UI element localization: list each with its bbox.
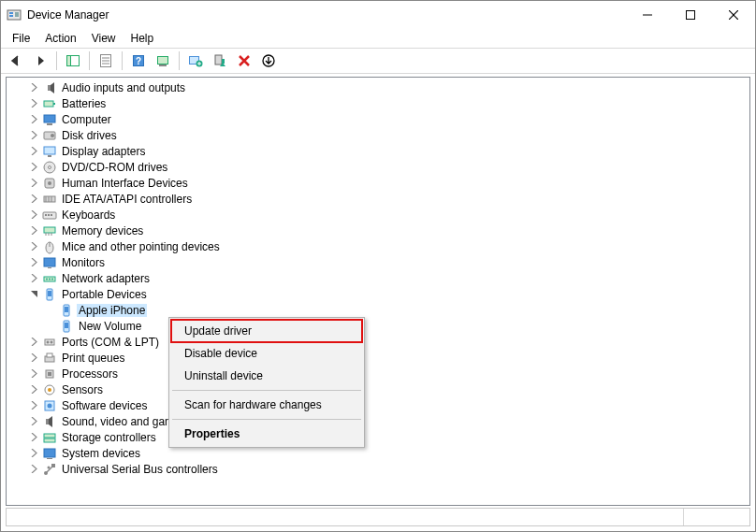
tree-node[interactable]: Sound, video and game controllers <box>7 413 749 429</box>
tree-node[interactable]: Computer <box>7 111 749 127</box>
expand-icon[interactable] <box>27 447 40 460</box>
tree-node[interactable]: Keyboards <box>7 207 749 223</box>
uninstall-device-button[interactable] <box>233 50 255 72</box>
svg-rect-59 <box>65 307 68 312</box>
tree-node-label: Mice and other pointing devices <box>60 240 222 253</box>
tree-node[interactable]: Sensors <box>7 381 749 397</box>
expand-icon[interactable] <box>27 431 40 444</box>
context-menu-item[interactable]: Properties <box>171 423 362 445</box>
forward-button[interactable] <box>29 50 51 72</box>
disk-icon <box>42 128 57 143</box>
cd-icon <box>42 160 57 175</box>
context-menu-item[interactable]: Update driver <box>171 320 362 342</box>
client-area: Audio inputs and outputsBatteriesCompute… <box>2 75 754 530</box>
expand-icon[interactable] <box>27 113 40 126</box>
tree-node[interactable]: Monitors <box>7 254 749 270</box>
back-button[interactable] <box>5 50 27 72</box>
tree-node[interactable]: Universal Serial Bus controllers <box>7 461 749 477</box>
expand-icon[interactable] <box>27 463 40 476</box>
monitor-icon <box>42 255 57 270</box>
collapse-icon[interactable] <box>27 288 40 301</box>
svg-rect-51 <box>48 267 51 268</box>
tree-node[interactable]: Portable Devices <box>7 286 749 302</box>
context-menu-separator <box>172 390 361 391</box>
close-button[interactable] <box>712 1 755 29</box>
svg-rect-61 <box>65 323 68 328</box>
tree-node[interactable]: Software devices <box>7 397 749 413</box>
toolbar-separator <box>56 51 57 70</box>
expand-icon[interactable] <box>27 97 40 110</box>
maximize-button[interactable] <box>669 1 712 29</box>
tree-node[interactable]: IDE ATA/ATAPI controllers <box>7 191 749 207</box>
expand-icon[interactable] <box>27 193 40 206</box>
show-hide-console-button[interactable] <box>62 50 84 72</box>
tree-node[interactable]: Audio inputs and outputs <box>7 79 749 95</box>
tree-node[interactable]: Print queues <box>7 350 749 366</box>
tree-node-label: Monitors <box>60 256 107 269</box>
expand-icon[interactable] <box>27 272 40 285</box>
scan-hardware-button[interactable] <box>152 50 174 72</box>
tree-node[interactable]: DVD/CD-ROM drives <box>7 159 749 175</box>
expand-icon[interactable] <box>27 399 40 412</box>
tree-node[interactable]: Ports (COM & LPT) <box>7 334 749 350</box>
port-icon <box>42 335 57 350</box>
expand-icon[interactable] <box>27 367 40 381</box>
expand-icon[interactable] <box>27 208 40 222</box>
expand-icon[interactable] <box>27 352 40 365</box>
expand-icon[interactable] <box>27 336 40 349</box>
svg-point-33 <box>49 165 51 168</box>
toolbar: ? <box>1 48 755 74</box>
tree-node[interactable]: Storage controllers <box>7 429 749 445</box>
menubar: File Action View Help <box>1 29 755 48</box>
tree-node[interactable]: Human Interface Devices <box>7 175 749 191</box>
system-icon <box>42 446 57 461</box>
context-menu-item[interactable]: Disable device <box>171 342 362 365</box>
expand-icon[interactable] <box>27 129 40 142</box>
properties-button[interactable] <box>94 50 117 72</box>
menu-help[interactable]: Help <box>124 30 162 47</box>
disable-device-button[interactable] <box>257 50 280 72</box>
expand-icon[interactable] <box>27 161 40 174</box>
svg-rect-5 <box>687 11 695 20</box>
expand-icon[interactable] <box>27 256 40 269</box>
device-tree[interactable]: Audio inputs and outputsBatteriesCompute… <box>7 78 749 505</box>
expand-icon[interactable] <box>27 145 40 158</box>
tree-node[interactable]: Disk drives <box>7 127 749 143</box>
tree-node[interactable]: Network adapters <box>7 270 749 286</box>
app-icon <box>7 7 22 22</box>
menu-action[interactable]: Action <box>37 30 83 47</box>
status-pane-1 <box>7 509 684 525</box>
expand-icon[interactable] <box>27 240 40 253</box>
tree-node[interactable]: Memory devices <box>7 223 749 238</box>
expand-icon[interactable] <box>27 224 40 237</box>
tree-node-label: Ports (COM & LPT) <box>60 336 161 349</box>
svg-point-55 <box>51 278 53 280</box>
tree-node-label: Display adapters <box>60 145 147 158</box>
enable-device-button[interactable] <box>209 50 231 72</box>
expand-icon[interactable] <box>27 177 40 190</box>
tree-node[interactable]: Processors <box>7 366 749 381</box>
update-driver-button[interactable] <box>184 50 207 72</box>
toolbar-separator <box>179 51 180 70</box>
svg-rect-23 <box>48 85 51 91</box>
tree-node[interactable]: Display adapters <box>7 143 749 159</box>
tree-node-label: Disk drives <box>60 129 119 142</box>
context-menu-item[interactable]: Uninstall device <box>171 365 362 387</box>
expand-icon[interactable] <box>27 415 40 428</box>
tree-node[interactable]: Apple iPhone <box>7 302 749 318</box>
tree-node[interactable]: New Volume <box>7 318 749 334</box>
tree-node-label: Storage controllers <box>60 431 158 444</box>
expand-icon[interactable] <box>27 81 40 94</box>
svg-rect-9 <box>67 56 71 66</box>
menu-file[interactable]: File <box>5 30 37 47</box>
tree-node[interactable]: Batteries <box>7 95 749 111</box>
ide-icon <box>42 192 57 207</box>
menu-view[interactable]: View <box>84 30 124 47</box>
tree-node[interactable]: System devices <box>7 445 749 461</box>
help-button[interactable]: ? <box>127 50 150 72</box>
expand-icon[interactable] <box>27 383 40 396</box>
tree-node[interactable]: Mice and other pointing devices <box>7 238 749 254</box>
minimize-button[interactable] <box>626 1 669 29</box>
phone-icon <box>59 319 74 334</box>
context-menu-item[interactable]: Scan for hardware changes <box>171 394 362 416</box>
